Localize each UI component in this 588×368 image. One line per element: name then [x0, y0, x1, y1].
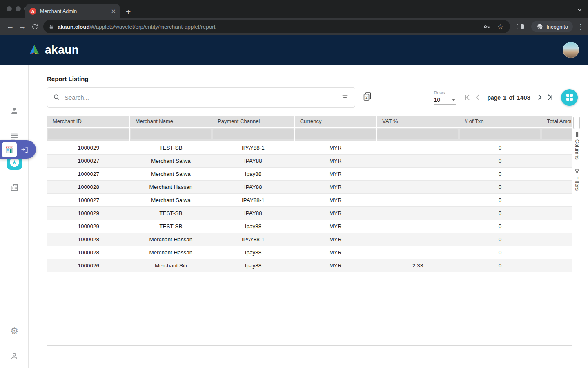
previous-page-button[interactable] [473, 92, 483, 102]
grid-view-button[interactable] [561, 89, 578, 106]
last-page-button[interactable] [546, 92, 555, 102]
table-cell: 0 [459, 246, 541, 259]
table-cell: IPAY88-1 [212, 193, 294, 206]
pagination: page1of1408 [462, 92, 555, 102]
column-filter-input[interactable] [213, 129, 294, 139]
table-row[interactable]: 1000028Merchant HassanIPAY88MYR0 [47, 180, 572, 193]
next-page-button[interactable] [535, 92, 545, 102]
table-cell [541, 180, 572, 193]
search-input[interactable] [65, 94, 337, 101]
side-panel-icon[interactable] [514, 20, 526, 33]
scrollbar-thumb[interactable] [573, 117, 580, 129]
table-cell: MYR [294, 180, 377, 193]
star-icon: ★ [10, 157, 19, 167]
table-row[interactable]: 1000029TEST-SBIpay88MYR0 [47, 220, 572, 233]
sidebar-item-settings[interactable]: ⚙ [0, 326, 29, 336]
table-cell [541, 259, 572, 272]
column-filter-input[interactable] [460, 129, 541, 139]
tab-search-chevron-icon[interactable] [577, 7, 582, 14]
address-bar[interactable]: akaun.cloud/#/applets/wavelet/erp/entity… [43, 20, 510, 33]
password-key-icon[interactable] [482, 23, 492, 31]
bookmark-star-icon[interactable]: ☆ [495, 22, 505, 31]
tab-close-icon[interactable]: ✕ [111, 8, 116, 14]
table-header-row: Merchant ID Merchant Name Payment Channe… [47, 116, 572, 127]
minimize-window-button[interactable] [16, 6, 21, 11]
table-cell [376, 220, 459, 233]
table-cell: 1000029 [47, 141, 130, 154]
table-cell: MYR [294, 206, 377, 220]
sidebar: ★ ⚙ [0, 65, 29, 368]
column-filter-input[interactable] [295, 129, 376, 139]
table-row[interactable]: 1000027Merchant SalwaIPAY88MYR0 [47, 154, 572, 167]
active-applet-badge[interactable] [0, 140, 36, 159]
user-avatar[interactable] [563, 42, 579, 58]
tab-strip: A Merchant Admin ✕ + [0, 0, 588, 18]
table-cell: Merchant Hassan [130, 233, 212, 246]
table-row[interactable]: 1000028Merchant HassanIpay88MYR0 [47, 246, 572, 259]
table-cell: 1000028 [47, 246, 130, 259]
table-row[interactable]: 1000028Merchant HassanIPAY88-1MYR0 [47, 233, 572, 246]
first-page-button[interactable] [462, 92, 472, 102]
akaun-triangle-icon [27, 44, 42, 56]
sidebar-item-reports[interactable] [0, 132, 29, 141]
new-tab-button[interactable]: + [126, 7, 131, 16]
sidebar-item-organization[interactable] [0, 183, 29, 192]
multi-page-icon[interactable]: 2 [363, 92, 372, 103]
total-pages: 1408 [517, 94, 530, 101]
table-cell: Merchant Salwa [130, 193, 212, 206]
table-cell: 0 [459, 167, 541, 180]
table-cell: MYR [294, 154, 377, 167]
columns-panel-tab[interactable]: Columns [572, 132, 582, 160]
table-cell [376, 167, 459, 180]
tab-favicon: A [29, 8, 36, 15]
table-cell [376, 154, 459, 167]
column-filter-input[interactable] [48, 129, 129, 139]
page-title: Report Listing [47, 75, 89, 82]
browser-menu-icon[interactable]: ⋮ [577, 22, 584, 31]
table-cell [541, 220, 572, 233]
table-cell [376, 193, 459, 206]
table-cell: Ipay88 [212, 220, 294, 233]
report-table: Merchant ID Merchant Name Payment Channe… [47, 116, 572, 346]
reload-icon[interactable] [29, 20, 41, 33]
column-header[interactable]: Currency [294, 116, 377, 127]
table-cell: Merchant Siti [130, 259, 212, 272]
column-filter-input[interactable] [377, 129, 458, 139]
sidebar-item-profile[interactable] [0, 352, 29, 361]
back-icon[interactable]: ← [4, 20, 16, 33]
storefront-icon [2, 142, 17, 157]
column-filter-input[interactable] [542, 129, 572, 139]
table-cell: IPAY88 [212, 206, 294, 220]
svg-text:2: 2 [365, 95, 368, 99]
brand-logo[interactable]: akaun [27, 43, 79, 56]
of-word: of [509, 94, 514, 101]
table-cell [541, 154, 572, 167]
search-bar[interactable] [47, 87, 355, 108]
column-filter-input[interactable] [131, 129, 212, 139]
column-header[interactable]: Total Amou [541, 116, 572, 127]
browser-tab[interactable]: A Merchant Admin ✕ [25, 4, 120, 18]
table-row[interactable]: 1000029TEST-SBIPAY88-1MYR0 [47, 141, 572, 154]
column-header[interactable]: Merchant Name [130, 116, 212, 127]
rows-per-page-control[interactable]: Rows 10 [434, 90, 456, 105]
column-header[interactable]: # of Txn [459, 116, 541, 127]
sidebar-item-users[interactable] [0, 106, 29, 115]
person-icon [10, 106, 19, 115]
table-row[interactable]: 1000026Merchant SitiIpay88MYR2.330 [47, 259, 572, 272]
table-cell: Ipay88 [212, 259, 294, 272]
table-row[interactable]: 1000027Merchant SalwaIPAY88-1MYR0 [47, 193, 572, 206]
profile-outline-icon [10, 352, 19, 361]
column-header[interactable]: VAT % [376, 116, 459, 127]
forward-icon[interactable]: → [16, 20, 29, 33]
column-header[interactable]: Payment Channel [212, 116, 294, 127]
table-row[interactable]: 1000029TEST-SBIPAY88MYR0 [47, 206, 572, 220]
table-cell: IPAY88-1 [212, 141, 294, 154]
url-text: akaun.cloud/#/applets/wavelet/erp/entity… [58, 24, 478, 30]
column-header[interactable]: Merchant ID [47, 116, 130, 127]
table-row[interactable]: 1000027Merchant SalwaIpay88MYR0 [47, 167, 572, 180]
filters-panel-tab[interactable]: Filters [572, 169, 582, 191]
table-cell: 2.33 [376, 259, 459, 272]
filter-list-icon[interactable] [341, 93, 349, 101]
main-content: Report Listing 2 Rows 10 [29, 65, 588, 368]
close-window-button[interactable] [7, 6, 12, 11]
